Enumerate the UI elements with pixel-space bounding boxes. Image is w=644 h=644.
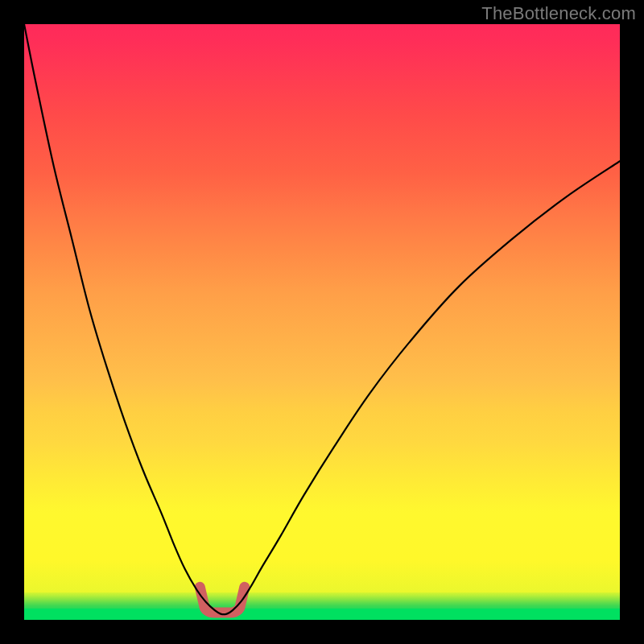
curve-svg (24, 24, 620, 620)
chart-frame: TheBottleneck.com (0, 0, 644, 644)
plot-area (24, 24, 620, 620)
bottleneck-curve (24, 24, 620, 614)
marker-u-shape (200, 587, 244, 613)
watermark-text: TheBottleneck.com (481, 3, 636, 24)
